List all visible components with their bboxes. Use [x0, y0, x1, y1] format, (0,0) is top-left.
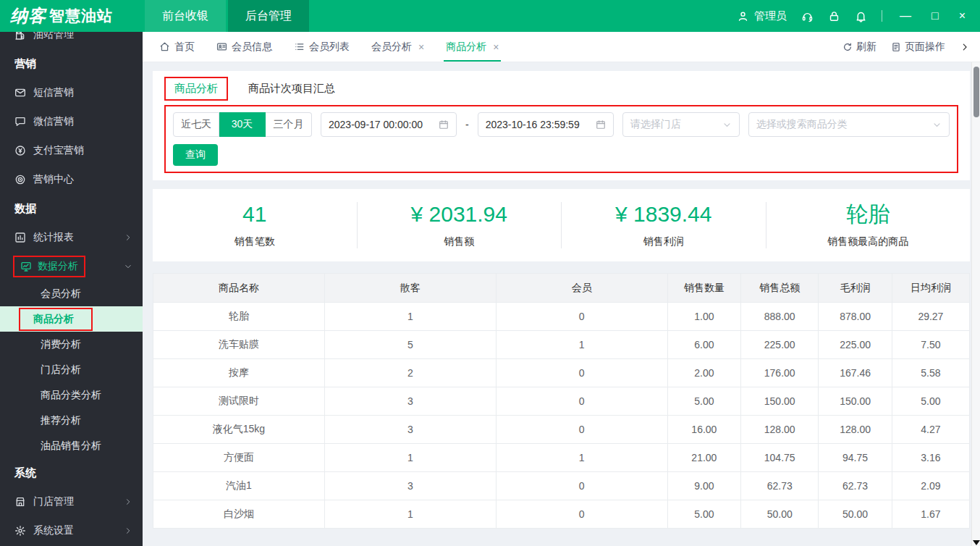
- stat-sales-count: 41 销售笔数: [153, 202, 358, 248]
- sidebar-item-member-analysis[interactable]: 会员分析: [0, 281, 143, 306]
- tab-label: 会员分析: [371, 41, 412, 54]
- support-headset-icon[interactable]: [801, 10, 814, 22]
- tab-label: 会员信息: [232, 41, 272, 54]
- list-icon: [294, 41, 305, 52]
- table-cell: 3: [324, 416, 496, 444]
- start-date-input[interactable]: 2023-09-17 00:00:00: [321, 112, 457, 137]
- column-header: 日均利润: [892, 274, 969, 303]
- page-tab-product-analysis[interactable]: 商品分析: [164, 77, 228, 101]
- page-tab-product-count-summary[interactable]: 商品计次项目汇总: [247, 77, 337, 101]
- table-cell: 4.27: [892, 416, 969, 444]
- table-cell: 29.27: [892, 303, 969, 331]
- table-cell: 50.00: [741, 500, 819, 529]
- maximize-button[interactable]: □: [929, 9, 942, 23]
- nav-tab-front-cashier[interactable]: 前台收银: [145, 0, 226, 32]
- user-menu[interactable]: 管理员: [737, 9, 787, 23]
- sidebar-item-data-analysis[interactable]: 数据分析: [0, 252, 143, 281]
- sidebar-section-data[interactable]: 数据: [0, 194, 143, 223]
- tab-home[interactable]: 首页: [148, 32, 206, 62]
- sidebar-item-store-analysis[interactable]: 门店分析: [0, 357, 143, 382]
- lock-icon[interactable]: [828, 10, 840, 22]
- tab-member-list[interactable]: 会员列表: [283, 32, 360, 62]
- alipay-icon: [14, 145, 26, 156]
- table-cell: 104.75: [741, 444, 819, 472]
- table-cell: 16.00: [667, 416, 741, 444]
- sidebar-item-product-analysis[interactable]: 商品分析: [0, 306, 143, 332]
- filters-panel: 商品分析 商品计次项目汇总 近七天 30天 三个月: [153, 71, 970, 180]
- analysis-icon: [20, 261, 32, 272]
- close-icon[interactable]: ×: [493, 41, 499, 53]
- range-3-months-button[interactable]: 三个月: [266, 112, 312, 137]
- scroll-down-button[interactable]: [972, 536, 980, 545]
- chevron-right-icon[interactable]: [960, 42, 970, 52]
- query-button[interactable]: 查询: [173, 144, 218, 166]
- category-select-placeholder: 选择或搜索商品分类: [756, 118, 848, 131]
- sidebar-subitem-label: 商品分析: [33, 313, 74, 326]
- sidebar-item-recommendation-analysis[interactable]: 推荐分析: [0, 408, 143, 433]
- end-date-value: 2023-10-16 23:59:59: [486, 119, 580, 130]
- page-tab-label: 商品分析: [174, 82, 218, 94]
- sidebar-subitem-label: 油品销售分析: [41, 440, 101, 453]
- minimize-button[interactable]: —: [897, 9, 914, 23]
- store-select[interactable]: 请选择门店: [622, 112, 740, 137]
- scrollbar-thumb[interactable]: [973, 67, 979, 117]
- sidebar-item-statistic-reports[interactable]: 统计报表: [0, 223, 143, 252]
- table-cell: 5.00: [667, 500, 741, 529]
- filter-row: 近七天 30天 三个月 2023-09-17 00:00:00 - 2023-1…: [173, 112, 950, 137]
- sidebar-item-store-management[interactable]: 门店管理: [0, 487, 143, 516]
- table-cell: 0: [496, 500, 667, 529]
- table-cell: 方便面: [153, 444, 325, 472]
- table-cell: 5.00: [667, 387, 741, 416]
- logo-product: 智慧油站: [49, 6, 113, 26]
- stat-label: 销售利润: [562, 235, 766, 248]
- sidebar-section-system[interactable]: 系统: [0, 458, 143, 487]
- filter-annotation-box: 近七天 30天 三个月 2023-09-17 00:00:00 - 2023-1…: [164, 105, 958, 173]
- sidebar-item-label: 门店管理: [33, 495, 74, 508]
- range-30-days-button[interactable]: 30天: [219, 112, 266, 137]
- sidebar-item-oil-station-mgmt[interactable]: 油站管理: [0, 32, 143, 49]
- sidebar-item-marketing-center[interactable]: 营销中心: [0, 165, 143, 194]
- calendar-icon: [439, 119, 449, 130]
- table-cell: 21.00: [667, 444, 741, 472]
- sidebar-item-alipay-marketing[interactable]: 支付宝营销: [0, 136, 143, 165]
- stats-panel: 41 销售笔数 ¥ 2031.94 销售额 ¥ 1839.44 销售利润 轮胎 …: [153, 189, 970, 261]
- range-last-7-days-button[interactable]: 近七天: [173, 112, 219, 137]
- sidebar-item-product-category-analysis[interactable]: 商品分类分析: [0, 382, 143, 408]
- tab-member-info[interactable]: 会员信息: [206, 32, 283, 62]
- table-cell: 878.00: [819, 303, 892, 331]
- page-icon: [891, 42, 901, 52]
- sidebar-section-marketing[interactable]: 营销: [0, 49, 143, 78]
- stat-label: 销售笔数: [153, 235, 357, 248]
- table-cell: 62.73: [741, 472, 819, 500]
- category-select[interactable]: 选择或搜索商品分类: [748, 112, 950, 137]
- sidebar-item-wechat-marketing[interactable]: 微信营销: [0, 107, 143, 136]
- close-icon[interactable]: ×: [418, 41, 424, 53]
- table-cell: 1: [324, 444, 496, 472]
- table-cell: 液化气15kg: [153, 416, 325, 444]
- start-date-value: 2023-09-17 00:00:00: [329, 119, 423, 130]
- product-analysis-table: 商品名称 散客 会员 销售数量 销售总额 毛利润 日均利润 轮胎101.0088…: [153, 273, 970, 529]
- refresh-button[interactable]: 刷新: [842, 41, 876, 54]
- nav-tab-backend-admin[interactable]: 后台管理: [228, 0, 309, 32]
- table-row: 按摩202.00176.00167.465.58: [153, 359, 970, 387]
- table-cell: 1: [324, 303, 496, 331]
- end-date-input[interactable]: 2023-10-16 23:59:59: [478, 112, 614, 137]
- sidebar-item-oil-sales-analysis[interactable]: 油品销售分析: [0, 433, 143, 458]
- page-actions-button[interactable]: 页面操作: [891, 41, 945, 54]
- table-cell: 62.73: [819, 472, 892, 500]
- tab-member-analysis[interactable]: 会员分析 ×: [360, 32, 435, 62]
- column-header: 毛利润: [819, 274, 892, 303]
- member-card-icon: [216, 41, 227, 52]
- table-cell: 888.00: [741, 303, 819, 331]
- bell-icon[interactable]: [855, 10, 867, 22]
- sidebar-item-sms-marketing[interactable]: 短信营销: [0, 78, 143, 107]
- tab-product-analysis[interactable]: 商品分析 ×: [435, 32, 510, 62]
- date-range-separator: -: [465, 119, 469, 130]
- sidebar-item-system-settings[interactable]: 系统设置: [0, 516, 143, 545]
- table-cell: 0: [496, 472, 667, 500]
- vertical-scrollbar[interactable]: [971, 62, 980, 546]
- user-name: 管理员: [754, 9, 787, 23]
- sidebar-item-consumption-analysis[interactable]: 消费分析: [0, 332, 143, 357]
- table-cell: 2.09: [892, 472, 969, 500]
- close-button[interactable]: ×: [956, 9, 968, 23]
